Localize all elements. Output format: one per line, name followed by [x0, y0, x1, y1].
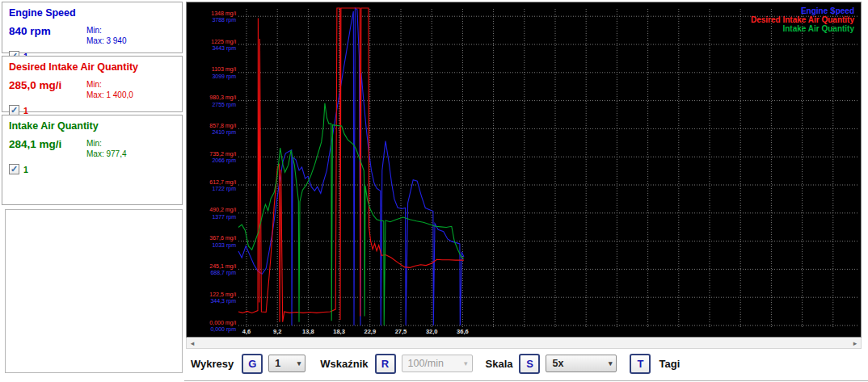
channel-min: Min: [86, 25, 126, 36]
scroll-left-icon[interactable]: ◂ [187, 339, 198, 347]
channel-current-value: 284,1 mg/i [9, 138, 86, 159]
y-axis-label-rpm: 2755 rpm [212, 102, 236, 108]
y-axis-label-mg: 490,2 mg/i [209, 207, 236, 213]
channel-sidebar: Engine Speed 840 rpm Min: Max: 3 940 ✓ 1… [0, 0, 184, 375]
x-axis-label: 9,2 [273, 328, 281, 335]
channel-min: Min: [86, 79, 133, 90]
chart-number-select[interactable]: 1 ▾ [268, 355, 305, 372]
y-axis-label-mg: 367,6 mg/i [209, 235, 236, 241]
indicator-select: 100/min ▾ [402, 355, 473, 372]
diagnostics-app: Engine Speed 840 rpm Min: Max: 3 940 ✓ 1… [0, 0, 868, 382]
tags-label: Tagi [659, 358, 680, 370]
scale-value: 5x [552, 358, 563, 369]
chart-horizontal-scrollbar[interactable]: ◂ ▸ [186, 338, 862, 349]
y-axis-label-mg: 735,2 mg/i [209, 151, 236, 157]
tags-button[interactable]: T [630, 354, 651, 374]
y-axis-label-rpm: 2066 rpm [212, 157, 236, 164]
legend-entry: Engine Speed [801, 6, 854, 15]
y-axis-label-mg: 0,000 mg/i [209, 320, 236, 326]
y-axis-label-rpm: 2410 rpm [212, 129, 236, 136]
y-axis-label-mg: 612,7 mg/i [209, 179, 236, 186]
channel-title: Intake Air Quantity [9, 120, 175, 132]
y-axis-label-mg: 1225 mg/i [211, 39, 236, 45]
scale-select[interactable]: 5x ▾ [546, 355, 617, 372]
legend-entry: Intake Air Quantity [782, 24, 854, 33]
y-axis-label-rpm: 1033 rpm [212, 242, 236, 249]
scale-button[interactable]: S [519, 354, 540, 374]
indicator-button[interactable]: R [375, 354, 396, 374]
channel-card-engine-speed[interactable]: Engine Speed 840 rpm Min: Max: 3 940 ✓ 1 [2, 2, 183, 53]
bottom-divider [184, 380, 868, 381]
charts-label: Wykresy [191, 358, 234, 370]
indicator-label: Wskaźnik [320, 358, 368, 370]
chart-panel: 1348 mg/i3788 rpm1225 mg/i3443 rpm1103 m… [184, 0, 868, 382]
channel-max: Max: 3 940 [86, 36, 126, 46]
y-axis-label-rpm: 3099 rpm [212, 73, 236, 80]
indicator-value: 100/min [408, 358, 444, 369]
channel-card-intake-air[interactable]: Intake Air Quantity 284,1 mg/i Min: Max:… [2, 115, 183, 205]
channel-title: Engine Speed [9, 7, 175, 19]
x-axis-label: 36,6 [457, 328, 469, 335]
y-axis-label-mg: 245,1 mg/i [209, 263, 236, 270]
chart-frame: 1348 mg/i3788 rpm1225 mg/i3443 rpm1103 m… [186, 2, 862, 338]
channel-current-value: 840 rpm [9, 25, 86, 46]
chart-number-value: 1 [275, 358, 280, 369]
x-axis-label: 32,0 [426, 328, 438, 335]
y-axis-label-mg: 1103 mg/i [212, 66, 237, 73]
y-axis-label-mg: 1348 mg/i [211, 10, 236, 17]
channel-min: Min: [86, 138, 126, 149]
chart-toolbar: Wykresy G 1 ▾ Wskaźnik R 100/min ▾ Skala… [186, 349, 868, 378]
x-axis-label: 27,5 [395, 328, 407, 335]
y-axis-label-rpm: 688,7 rpm [210, 270, 236, 276]
legend-entry: Desired Intake Air Quantity [751, 15, 854, 24]
chart-canvas[interactable]: 1348 mg/i3788 rpm1225 mg/i3443 rpm1103 m… [187, 2, 861, 337]
y-axis-label-rpm: 344,3 rpm [210, 298, 236, 304]
chevron-down-icon: ▾ [297, 359, 301, 367]
y-axis-label-rpm: 1722 rpm [212, 186, 236, 192]
y-axis-label-mg: 980,3 mg/i [209, 94, 236, 101]
channel-title: Desired Intake Air Quantity [9, 61, 175, 73]
x-axis-label: 13,8 [302, 328, 314, 335]
x-axis-label: 22,9 [364, 328, 376, 335]
scale-label: Skala [486, 358, 513, 370]
x-axis-label: 18,3 [333, 328, 345, 335]
scroll-right-icon[interactable]: ▸ [849, 339, 861, 347]
y-axis-label-rpm: 3443 rpm [212, 45, 236, 52]
y-axis-label-mg: 857,8 mg/i [209, 123, 236, 129]
channel-current-value: 285,0 mg/i [9, 79, 86, 100]
channel-card-desired-intake-air[interactable]: Desired Intake Air Quantity 285,0 mg/i M… [2, 56, 183, 112]
channel-checkbox-label: 1 [23, 106, 28, 115]
charts-button[interactable]: G [242, 354, 263, 374]
y-axis-label-rpm: 0,000 rpm [210, 326, 236, 333]
channel-max: Max: 977,4 [86, 149, 126, 159]
plot-background [187, 2, 861, 337]
sidebar-empty-panel [5, 209, 183, 373]
y-axis-label-rpm: 1377 rpm [212, 214, 236, 220]
chevron-down-icon: ▾ [464, 359, 468, 367]
channel-max: Max: 1 400,0 [86, 90, 133, 100]
y-axis-label-mg: 122,5 mg/i [209, 292, 236, 298]
chevron-down-icon: ▾ [609, 359, 613, 367]
y-axis-label-rpm: 3788 rpm [212, 17, 236, 23]
x-axis-label: 4,6 [242, 328, 251, 335]
channel-checkbox-label: 1 [23, 165, 28, 174]
channel-visibility-checkbox[interactable]: ✓ [9, 164, 19, 174]
